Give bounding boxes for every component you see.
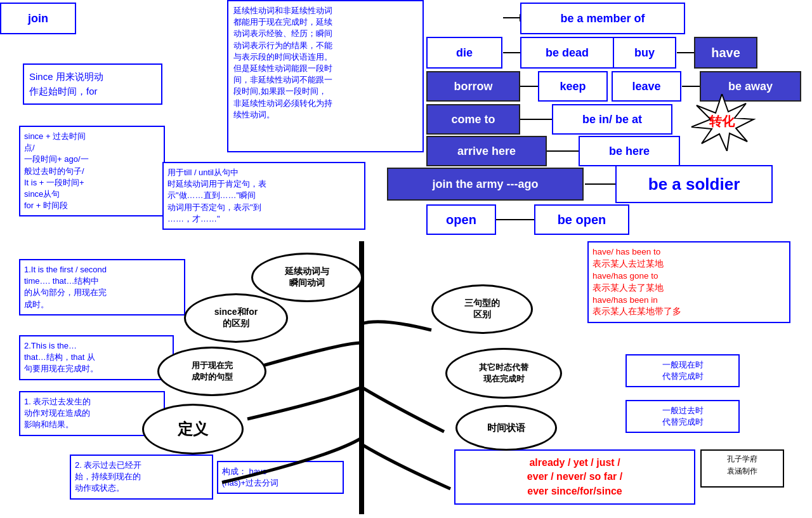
- leave-box: leave: [612, 71, 681, 102]
- arrow-buy: [677, 52, 695, 53]
- spiky-svg: 转化: [678, 94, 766, 151]
- arrow-borrow: [520, 86, 538, 87]
- zhuanhua-burst: 转化: [678, 94, 766, 151]
- yi-ban-xianzai-block: 一般现在时 代替完成时: [625, 354, 740, 387]
- ellipse-since-for: since和for 的区别: [184, 293, 288, 343]
- till-until-block: 用于till / until从句中 时延续动词用于肯定句，表 示"做……直到………: [162, 162, 365, 230]
- ellipse-dingyi: 定义: [142, 404, 244, 455]
- open-box: open: [426, 204, 496, 235]
- ellipse-three-types: 三句型的 区别: [431, 284, 533, 334]
- stamp: 孔子学府 袁涵制作: [700, 449, 784, 488]
- be-here-box: be here: [579, 136, 680, 166]
- be-soldier-box: be a soldier: [615, 165, 773, 203]
- main-title: 现在 完成 时: [348, 482, 379, 518]
- have-box: have: [694, 37, 757, 69]
- buy-box: buy: [613, 37, 676, 69]
- svg-text:转化: 转化: [709, 114, 735, 128]
- arrow-join: [503, 17, 521, 18]
- ellipse-time-adv: 时间状语: [455, 405, 557, 451]
- keep-box: keep: [538, 71, 608, 102]
- be-member-box: be a member of: [520, 3, 685, 34]
- arrow-arrive: [547, 150, 579, 152]
- be-in-at-box: be in/ be at: [552, 104, 672, 135]
- have-been-block: have/ has been to 表示某人去过某地 have/has gone…: [587, 241, 790, 323]
- since-block: Since 用来说明动 作起始时间，for: [23, 63, 162, 105]
- yi-ban-guoqu-block: 一般过去时 代替完成时: [625, 400, 740, 433]
- join-army-box: join the army ---ago: [387, 168, 584, 201]
- join-box: join: [0, 3, 76, 34]
- top-center-text: 延续性动词和非延续性动词 都能用于现在完成时，延续 动词表示经验、经历；瞬间 动…: [227, 0, 424, 152]
- ellipse-sentence-type: 用于现在完 成时的句型: [157, 347, 266, 396]
- arrow-come: [520, 119, 552, 120]
- already-yet-block: already / yet / just / ever / never/ so …: [454, 449, 695, 505]
- arrow-leave: [682, 86, 700, 87]
- be-dead-box: be dead: [520, 37, 614, 69]
- arrow-open: [496, 219, 534, 220]
- arrow-army: [585, 183, 615, 185]
- since-details: since + 过去时间 点/ 一段时间+ ago/一 般过去时的句子/ It …: [19, 126, 165, 216]
- die-box: die: [426, 37, 502, 69]
- ellipse-yanxu: 延续动词与 瞬间动词: [251, 253, 363, 302]
- be-open-box: be open: [534, 204, 629, 235]
- ellipse-other-tense: 其它时态代替 现在完成时: [445, 348, 562, 399]
- arrive-here-box: arrive here: [426, 136, 547, 166]
- canvas: join be a member of die be dead buy have…: [0, 0, 812, 518]
- borrow-box: borrow: [426, 71, 520, 102]
- arrow-die: [503, 52, 521, 53]
- come-to-box: come to: [426, 104, 520, 135]
